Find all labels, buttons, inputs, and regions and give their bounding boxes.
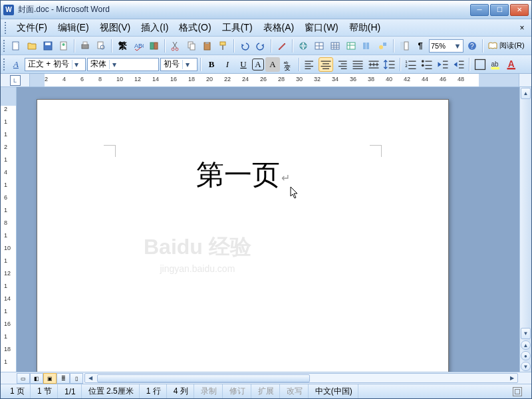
status-language[interactable]: 中文(中国) <box>310 384 358 398</box>
status-extend[interactable]: 扩展 <box>253 384 280 398</box>
menu-file[interactable]: 文件(F) <box>11 20 53 36</box>
select-browse-object[interactable]: ● <box>521 351 531 360</box>
drawing-button[interactable] <box>376 39 390 53</box>
status-position[interactable]: 位置 2.5厘米 <box>83 384 140 398</box>
align-right-button[interactable] <box>334 57 349 72</box>
hyperlink-button[interactable] <box>296 39 311 53</box>
paste-button[interactable] <box>200 39 215 53</box>
spelling-button[interactable]: ABC <box>131 39 146 53</box>
browse-object-up[interactable]: ▲ <box>521 340 531 350</box>
status-overwrite[interactable]: 改写 <box>281 384 309 398</box>
normal-view-button[interactable]: ▭ <box>17 373 30 384</box>
increase-indent-button[interactable] <box>452 57 466 72</box>
scroll-down-button[interactable]: ▼ <box>521 328 531 339</box>
toolbar-grip[interactable] <box>3 40 7 52</box>
read-mode-button[interactable]: 阅读(R) <box>486 39 526 53</box>
font-dropdown-icon[interactable]: ▾ <box>109 60 118 69</box>
research-button[interactable] <box>147 39 162 53</box>
italic-button[interactable]: I <box>220 57 235 72</box>
scroll-up-button[interactable]: ▲ <box>521 88 531 99</box>
menubar-close-doc[interactable]: × <box>517 23 527 33</box>
menu-table[interactable]: 表格(A) <box>258 20 300 36</box>
outline-view-button[interactable]: ≣ <box>57 373 70 384</box>
font-color-button[interactable]: A <box>505 57 519 72</box>
open-button[interactable] <box>25 39 39 53</box>
horizontal-scrollbar[interactable]: ◀ ▶ <box>84 373 518 383</box>
undo-button[interactable] <box>237 39 252 53</box>
menu-edit[interactable]: 编辑(E) <box>53 20 94 36</box>
scroll-right-button[interactable]: ▶ <box>507 374 517 383</box>
status-record[interactable]: 录制 <box>196 384 223 398</box>
vertical-ruler[interactable]: 2112141618110112114116118120 <box>1 87 17 372</box>
web-view-button[interactable]: ◧ <box>30 373 43 384</box>
border-button[interactable] <box>473 57 487 72</box>
numbering-button[interactable]: 12 <box>404 57 418 72</box>
cut-button[interactable] <box>168 39 183 53</box>
highlight-button[interactable]: ab <box>489 57 503 72</box>
columns-button[interactable] <box>360 39 374 53</box>
tables-borders-button[interactable] <box>312 39 327 53</box>
tab-selector[interactable]: L <box>1 74 30 87</box>
fmt-toolbar-grip[interactable] <box>3 59 7 70</box>
simplified-traditional-button[interactable]: 繁 <box>115 39 130 53</box>
menu-insert[interactable]: 插入(I) <box>136 20 174 36</box>
char-shading-button[interactable]: A <box>265 57 280 72</box>
redo-button[interactable] <box>253 39 268 53</box>
format-painter-button[interactable] <box>216 39 231 53</box>
menu-view[interactable]: 视图(V) <box>94 20 136 36</box>
menu-help[interactable]: 帮助(H) <box>344 20 386 36</box>
doc-map-button[interactable] <box>397 39 412 53</box>
horizontal-ruler[interactable]: 2468101214161820222426283032343638404244… <box>30 74 519 86</box>
minimize-button[interactable]: ─ <box>470 4 489 16</box>
align-center-button[interactable] <box>319 57 333 72</box>
help-button[interactable]: ? <box>465 39 479 53</box>
font-combo[interactable]: 宋体 ▾ <box>87 58 159 71</box>
bullets-button[interactable] <box>420 57 434 72</box>
zoom-input[interactable] <box>431 42 454 50</box>
menu-tools[interactable]: 工具(T) <box>217 20 258 36</box>
menu-window[interactable]: 窗口(W) <box>299 20 344 36</box>
ink-button[interactable] <box>275 39 289 53</box>
maximize-button[interactable]: ☐ <box>490 4 509 16</box>
status-pages[interactable]: 1/1 <box>59 384 82 398</box>
style-dropdown-icon[interactable]: ▾ <box>72 60 81 69</box>
status-spelling-icon[interactable] <box>513 387 522 396</box>
insert-spreadsheet-button[interactable] <box>344 39 358 53</box>
status-revision[interactable]: 修订 <box>224 384 251 398</box>
insert-table-button[interactable] <box>328 39 342 53</box>
vscroll-track[interactable] <box>520 100 531 327</box>
bold-button[interactable]: B <box>204 57 219 72</box>
align-left-button[interactable] <box>303 57 317 72</box>
close-button[interactable]: ✕ <box>510 4 529 16</box>
align-justify-button[interactable] <box>350 57 365 72</box>
vertical-scrollbar[interactable]: ▲ ▼ ▲ ● ▼ <box>519 87 531 372</box>
scroll-left-button[interactable]: ◀ <box>85 374 96 383</box>
new-button[interactable] <box>9 39 23 53</box>
underline-button[interactable]: U <box>236 57 251 72</box>
status-line[interactable]: 1 行 <box>141 384 167 398</box>
permission-button[interactable] <box>57 39 71 53</box>
zoom-combo[interactable]: ▼ <box>429 39 464 53</box>
status-section[interactable]: 1 节 <box>32 384 58 398</box>
document-canvas[interactable]: 第一页↵ Baidu 经验 jingyan.baidu.com <box>17 87 519 372</box>
menu-format[interactable]: 格式(O) <box>174 20 216 36</box>
document-content[interactable]: 第一页↵ <box>37 156 448 194</box>
align-distributed-button[interactable] <box>366 57 381 72</box>
phonetic-button[interactable]: ab变 <box>281 57 296 72</box>
save-button[interactable] <box>41 39 55 53</box>
copy-button[interactable] <box>184 39 199 53</box>
font-size-dropdown-icon[interactable]: ▾ <box>182 60 192 69</box>
hscroll-thumb[interactable] <box>97 374 310 382</box>
page[interactable]: 第一页↵ Baidu 经验 jingyan.baidu.com <box>37 99 449 372</box>
document-text[interactable]: 第一页 <box>196 159 280 190</box>
print-preview-button[interactable] <box>94 39 108 53</box>
print-layout-view-button[interactable]: ▣ <box>43 373 57 384</box>
zoom-dropdown-icon[interactable]: ▼ <box>454 42 462 50</box>
font-size-combo[interactable]: 初号 ▾ <box>160 58 198 71</box>
status-column[interactable]: 4 列 <box>168 384 194 398</box>
styles-pane-button[interactable]: A <box>9 57 23 72</box>
line-spacing-button[interactable] <box>382 57 397 72</box>
decrease-indent-button[interactable] <box>436 57 450 72</box>
char-border-button[interactable]: A <box>252 59 264 70</box>
browse-object-down[interactable]: ▼ <box>521 362 531 371</box>
